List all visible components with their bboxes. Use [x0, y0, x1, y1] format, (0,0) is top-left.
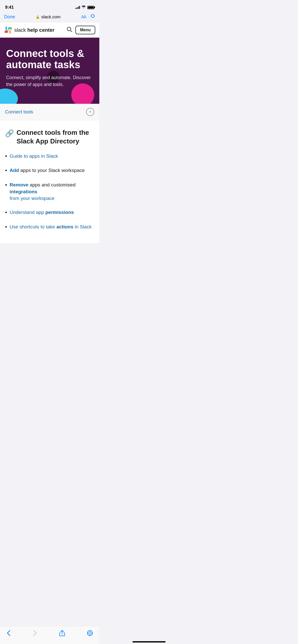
battery-icon	[87, 6, 94, 9]
list-item-text: Use shortcuts to take actions in Slack	[10, 224, 92, 230]
hero-decoration-teal	[0, 89, 18, 104]
menu-button[interactable]: Menu	[75, 26, 95, 34]
address-bar: 🔒 slack.com	[15, 14, 81, 20]
logo-help-center: help center	[27, 27, 55, 33]
lock-icon: 🔒	[36, 15, 40, 19]
list-item: • Add apps to your Slack workspace	[5, 167, 94, 174]
logo-area: slack help center	[4, 26, 55, 34]
hero-title: Connect tools & automate tasks	[6, 48, 93, 70]
header-right: Menu	[66, 26, 95, 34]
status-bar: 9:41	[0, 0, 99, 13]
reload-button[interactable]	[90, 14, 95, 20]
status-time: 9:41	[5, 5, 14, 10]
list-link-shortcuts[interactable]: Use shortcuts to take actions in Slack	[10, 224, 92, 229]
logo-wordmark: slack help center	[14, 27, 55, 33]
wifi-icon	[82, 5, 86, 9]
breadcrumb-expand-button[interactable]: +	[86, 108, 94, 116]
list-item: • Guide to apps in Slack	[5, 153, 94, 160]
aa-button[interactable]: AA	[81, 15, 86, 19]
section-title-icon: 🔗	[5, 129, 14, 138]
list-item: • Remove apps and customised integration…	[5, 182, 94, 202]
breadcrumb-section: Connect tools +	[0, 104, 99, 120]
link-list: • Guide to apps in Slack • Add apps to y…	[5, 153, 94, 231]
list-item: • Use shortcuts to take actions in Slack	[5, 224, 94, 231]
list-link-workspace[interactable]: from your workspace	[10, 196, 55, 201]
url-text: slack.com	[41, 14, 61, 20]
search-button[interactable]	[66, 26, 72, 34]
breadcrumb-link[interactable]: Connect tools	[5, 109, 33, 115]
bullet: •	[5, 152, 7, 160]
done-button[interactable]: Done	[4, 14, 15, 20]
list-item-text: Remove apps and customised integrations …	[10, 182, 94, 202]
list-item-text: Add apps to your Slack workspace	[10, 167, 85, 174]
bullet: •	[5, 167, 7, 174]
list-link-bold[interactable]: Add	[10, 168, 19, 173]
svg-line-2	[71, 31, 72, 32]
bullet: •	[5, 209, 7, 216]
status-icons	[75, 5, 94, 9]
hero-banner: Connect tools & automate tasks Connect, …	[0, 38, 99, 104]
list-link[interactable]: Guide to apps in Slack	[10, 153, 58, 160]
list-link-remove[interactable]: Remove	[10, 182, 29, 187]
page-content: slack help center Menu Connect tools & a…	[0, 23, 99, 243]
section-title: 🔗 Connect tools from the Slack App Direc…	[5, 128, 94, 146]
browser-actions: AA	[81, 14, 95, 20]
main-content: 🔗 Connect tools from the Slack App Direc…	[0, 120, 99, 243]
browser-chrome: Done 🔒 slack.com AA	[0, 13, 99, 23]
list-item: • Understand app permissions	[5, 209, 94, 216]
signal-icon	[75, 6, 80, 9]
hero-subtitle: Connect, simplify and automate. Discover…	[6, 74, 93, 88]
list-link-permissions[interactable]: Understand app permissions	[10, 210, 74, 215]
bullet: •	[5, 223, 7, 231]
slack-logo	[4, 26, 12, 34]
section-title-text: Connect tools from the Slack App Directo…	[17, 128, 94, 146]
list-link-integrations[interactable]: integrations	[10, 189, 37, 194]
bullet: •	[5, 181, 7, 189]
site-header: slack help center Menu	[0, 23, 99, 38]
list-item-text: Understand app permissions	[10, 209, 74, 216]
